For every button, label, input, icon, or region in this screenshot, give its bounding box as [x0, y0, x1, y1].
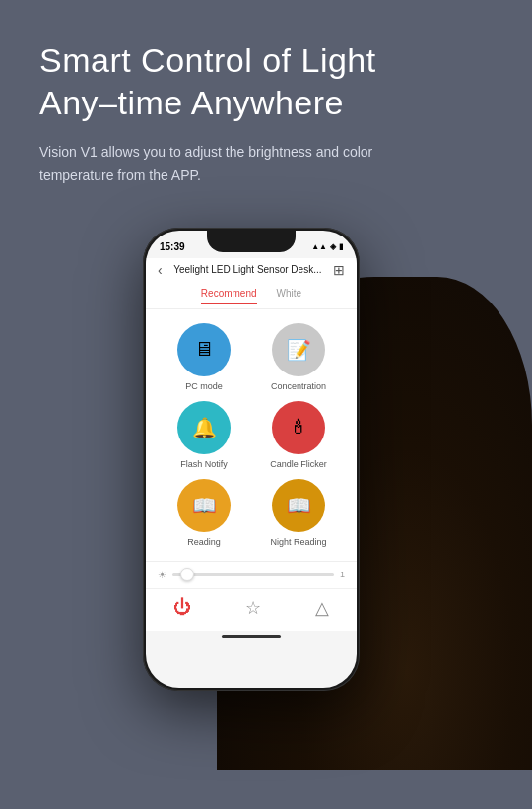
pc-mode-icon: 🖥 [177, 323, 231, 376]
mode-flash-notify[interactable]: 🔔 Flash Notify [162, 401, 246, 469]
night-reading-icon: 📖 [272, 479, 325, 532]
reading-icon: 📖 [177, 479, 231, 532]
mode-reading[interactable]: 📖 Reading [162, 479, 246, 547]
mode-pc[interactable]: 🖥 PC mode [162, 323, 246, 391]
slider-thumb[interactable] [180, 568, 194, 581]
wifi-icon: ◈ [330, 242, 336, 251]
main-title: Smart Control of Light Any–time Anywhere [39, 39, 493, 123]
flash-notify-label: Flash Notify [180, 459, 228, 469]
concentration-label: Concentration [271, 381, 326, 391]
app-tabs: Recommend White [146, 282, 357, 309]
description-text: Vision V1 allows you to adjust the brigh… [39, 141, 394, 188]
title-line1: Smart Control of Light [39, 41, 376, 79]
brightness-value: 1 [340, 570, 345, 579]
mode-candle-flicker[interactable]: 🕯 Candle Flicker [256, 401, 341, 469]
candle-flicker-label: Candle Flicker [270, 459, 327, 469]
scene-icon[interactable]: △ [315, 597, 329, 619]
header-section: Smart Control of Light Any–time Anywhere… [0, 0, 532, 208]
candle-flicker-icon: 🕯 [272, 401, 325, 454]
status-icons: ▲▲ ◈ ▮ [311, 242, 343, 251]
app-header: ‹ Yeelight LED Light Sensor Desk... ⊞ [146, 258, 357, 282]
brightness-section: ☀ 1 [146, 561, 357, 588]
signal-icon: ▲▲ [311, 242, 327, 251]
tab-white[interactable]: White [277, 288, 302, 304]
concentration-icon: 📝 [272, 323, 325, 376]
bottom-nav: ⏻ ☆ △ [146, 588, 357, 631]
phone-hand-area: 15:39 ▲▲ ◈ ▮ ‹ Yeelight LED Light Sensor… [0, 218, 532, 770]
mode-night-reading[interactable]: 📖 Night Reading [256, 479, 341, 547]
phone-frame: 15:39 ▲▲ ◈ ▮ ‹ Yeelight LED Light Sensor… [143, 228, 360, 691]
reading-label: Reading [187, 537, 221, 547]
pc-mode-label: PC mode [185, 381, 223, 391]
status-time: 15:39 [160, 241, 185, 252]
favorite-icon[interactable]: ☆ [245, 597, 261, 619]
tab-recommend[interactable]: Recommend [201, 288, 257, 304]
settings-icon[interactable]: ⊞ [333, 262, 345, 278]
phone-notch [207, 231, 296, 252]
app-title: Yeelight LED Light Sensor Desk... [163, 264, 333, 275]
battery-icon: ▮ [339, 242, 343, 251]
home-bar [222, 635, 281, 638]
brightness-slider[interactable] [172, 573, 334, 576]
phone-screen: 15:39 ▲▲ ◈ ▮ ‹ Yeelight LED Light Sensor… [146, 231, 357, 688]
flash-notify-icon: 🔔 [177, 401, 231, 454]
mode-concentration[interactable]: 📝 Concentration [256, 323, 341, 391]
title-line2: Any–time Anywhere [39, 84, 344, 121]
night-reading-label: Night Reading [270, 537, 326, 547]
mode-grid: 🖥 PC mode 📝 Concentration 🔔 Flash Notify [146, 309, 357, 561]
power-icon[interactable]: ⏻ [173, 597, 191, 618]
brightness-low-icon: ☀ [158, 570, 166, 580]
